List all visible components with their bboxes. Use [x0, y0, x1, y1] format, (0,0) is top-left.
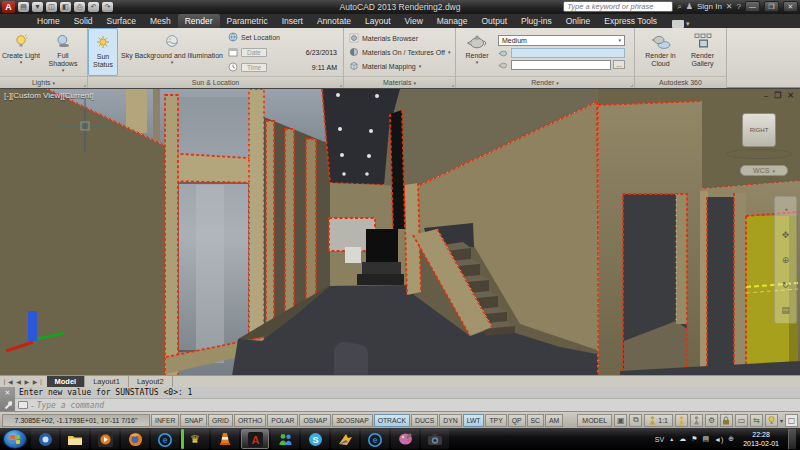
toggle-infer[interactable]: INFER [151, 414, 179, 427]
create-light-button[interactable]: Create Light▾ [0, 28, 42, 76]
tab-render[interactable]: Render [178, 14, 220, 28]
tab-home[interactable]: Home [30, 14, 67, 28]
render-button[interactable]: Render▾ [456, 28, 498, 76]
tab-annotate[interactable]: Annotate [310, 14, 358, 28]
media-player-app-icon[interactable] [91, 429, 119, 449]
vlc-icon[interactable] [211, 429, 239, 449]
sun-dialog-launcher-icon[interactable]: ⌟ [339, 80, 342, 87]
new-file-icon[interactable]: ▤ [18, 2, 29, 12]
sun-time-field[interactable]: Time 9:11 AM [226, 60, 342, 74]
command-close-icon[interactable]: ✕ [5, 389, 11, 397]
doorway-1[interactable] [623, 194, 687, 372]
lights-dialog-launcher-icon[interactable]: ⌟ [83, 80, 86, 87]
zoom-icon[interactable]: ⊕ [782, 255, 790, 265]
plot-icon[interactable]: ⎙ [74, 2, 85, 12]
search-binoculars-icon[interactable]: ⌕ [677, 2, 681, 12]
render-in-cloud-button[interactable]: Render in Cloud [639, 28, 683, 76]
tab-solid[interactable]: Solid [67, 14, 100, 28]
volume-icon[interactable]: ◄) [714, 436, 723, 443]
language-indicator[interactable]: SV [655, 436, 664, 443]
tray-expand-chevron-icon[interactable]: ▲ [669, 436, 674, 442]
exchange-icon[interactable]: ✕ [726, 2, 733, 11]
full-shadows-button[interactable]: Full Shadows▾ [42, 28, 84, 76]
save-icon[interactable]: ◫ [46, 2, 57, 12]
annotation-autoscale-icon[interactable] [690, 414, 703, 427]
tab-manage[interactable]: Manage [430, 14, 475, 28]
layout1-tab[interactable]: Layout1 [85, 376, 129, 388]
isolate-objects-icon[interactable]: ⇆ [750, 414, 763, 427]
sky-background-button[interactable]: Sky Background and Illumination▾ [118, 28, 226, 76]
layout-quickview-icon[interactable]: ▣ [614, 414, 627, 427]
command-prompt-placeholder[interactable]: Type a command [37, 401, 104, 410]
toolbar-lock-icon[interactable] [720, 414, 733, 427]
render-gallery-button[interactable]: Render Gallery [683, 28, 723, 76]
start-button[interactable] [3, 429, 27, 449]
close-button[interactable]: ✕ [783, 1, 798, 12]
tab-express-tools[interactable]: Express Tools [597, 14, 664, 28]
tab-plugins[interactable]: Plug-ins [514, 14, 559, 28]
coordinates-readout[interactable]: 7.3085E+02, -1.1793E+01, 10'-11 7/16" [2, 414, 150, 427]
annotation-visibility-icon[interactable] [675, 414, 688, 427]
taskbar-clock[interactable]: 22:28 2013-02-01 [739, 430, 783, 448]
skype-icon[interactable]: S [301, 429, 329, 449]
ribbon-minimize-chevron-icon[interactable]: ▾ [686, 20, 690, 28]
media-arrow-app-icon[interactable] [331, 429, 359, 449]
drawing-minimize-icon[interactable]: – [764, 91, 768, 100]
sun-status-button[interactable]: Sun Status [88, 28, 118, 76]
tab-insert[interactable]: Insert [275, 14, 310, 28]
firefox-icon[interactable] [121, 429, 149, 449]
showmotion-icon[interactable]: ▤ [781, 305, 790, 315]
toggle-polar[interactable]: POLAR [267, 414, 298, 427]
saveas-icon[interactable]: ◧ [60, 2, 71, 12]
app-logo-icon[interactable]: A [2, 1, 15, 13]
render-dialog-launcher-icon[interactable]: ⌟ [630, 80, 633, 87]
toggle-dyn[interactable]: DYN [439, 414, 461, 427]
toggle-osnap[interactable]: OSNAP [299, 414, 331, 427]
drawing-close-icon[interactable]: ✕ [787, 91, 794, 100]
file-explorer-icon[interactable] [61, 429, 89, 449]
toggle-grid[interactable]: GRID [208, 414, 233, 427]
steering-wheel-icon[interactable]: ◔ [783, 205, 788, 215]
status-menu-chevron-icon[interactable]: ▾ [780, 417, 783, 424]
lightbulb-status-icon[interactable] [765, 414, 778, 427]
toggle-3dosnap[interactable]: 3DOSNAP [332, 414, 372, 427]
model-space-button[interactable]: MODEL [577, 414, 612, 427]
ribbon-state-icon[interactable] [672, 20, 684, 28]
paint-app-icon[interactable] [391, 429, 419, 449]
internet-explorer-2-icon[interactable]: e [361, 429, 389, 449]
material-mapping-button[interactable]: Material Mapping▾ [347, 59, 455, 73]
command-customize-wrench-icon[interactable] [3, 400, 12, 409]
set-location-button[interactable]: Set Location [226, 30, 342, 44]
materials-panel-label[interactable]: Materials [383, 79, 411, 86]
drawing-viewport[interactable]: .sel { stroke:#ec2d0a; stroke-width:1.8;… [0, 88, 800, 375]
tab-online[interactable]: Online [559, 14, 598, 28]
toggle-otrack[interactable]: OTRACK [374, 414, 410, 427]
camera-app-icon[interactable] [421, 429, 449, 449]
blue-media-app-icon[interactable] [31, 429, 59, 449]
command-input-line[interactable]: - Type a command [15, 399, 800, 411]
doorway-2[interactable] [700, 191, 746, 376]
orbit-icon[interactable]: ↻ [782, 280, 790, 290]
viewcube-compass-ring[interactable] [726, 149, 792, 159]
tab-nav-arrows[interactable]: ❘◀ ◀ ▶ ▶❘ [0, 378, 47, 385]
action-center-flag-icon[interactable]: ⚑ [691, 435, 697, 443]
sun-date-field[interactable]: Date 6/23/2013 [226, 45, 342, 59]
open-file-icon[interactable]: ▼ [32, 2, 43, 12]
toggle-sc[interactable]: SC [527, 414, 544, 427]
render-quality-select[interactable]: Medium▾ [498, 35, 625, 46]
sign-in-button[interactable]: Sign In [697, 2, 722, 11]
toggle-qp[interactable]: QP [508, 414, 526, 427]
tray-document-icon[interactable]: ▤ [702, 435, 709, 443]
autodesk360-panel-label[interactable]: Autodesk 360 [659, 79, 702, 86]
maximize-button[interactable]: ❐ [764, 1, 779, 12]
internet-explorer-icon[interactable]: e [151, 429, 179, 449]
autocad-taskbar-icon[interactable]: A [241, 429, 269, 449]
tab-layout[interactable]: Layout [358, 14, 398, 28]
tab-view[interactable]: View [398, 14, 430, 28]
lights-panel-label[interactable]: Lights [32, 79, 51, 86]
crown-app-icon[interactable]: ♛ [181, 429, 209, 449]
help-icon[interactable]: ? [737, 2, 741, 11]
redo-icon[interactable]: ↷ [102, 2, 113, 12]
messenger-icon[interactable] [271, 429, 299, 449]
toggle-lwt[interactable]: LWT [463, 414, 485, 427]
